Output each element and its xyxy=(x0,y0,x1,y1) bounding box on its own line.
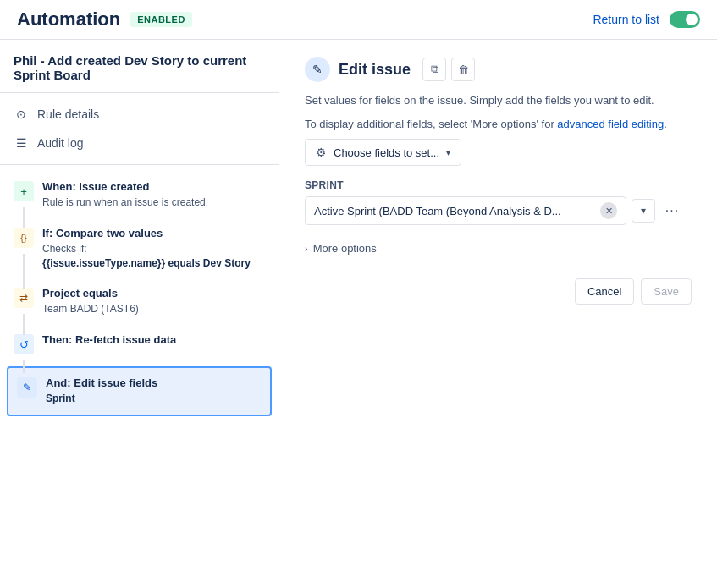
sidebar-nav-rule-details[interactable]: ⊙ Rule details xyxy=(0,100,279,129)
refetch-icon: ↺ xyxy=(14,334,34,354)
panel-desc1: Set values for fields on the issue. Simp… xyxy=(305,92,692,109)
advanced-field-link[interactable]: advanced field editing xyxy=(557,118,664,130)
sidebar-item-when[interactable]: + When: Issue created Rule is run when a… xyxy=(0,172,279,218)
sidebar-item-edit-fields[interactable]: ✎ And: Edit issue fields Sprint xyxy=(7,366,272,416)
enabled-toggle[interactable] xyxy=(670,11,700,28)
chevron-down-icon: ▾ xyxy=(641,205,646,217)
save-button[interactable]: Save xyxy=(641,278,692,305)
panel-edit-icon: ✎ xyxy=(305,57,330,82)
audit-log-icon: ☰ xyxy=(14,135,29,151)
when-desc: Rule is run when an issue is created. xyxy=(42,195,208,210)
panel-desc2: To display additional fields, select 'Mo… xyxy=(305,116,692,133)
delete-button[interactable]: 🗑 xyxy=(451,58,475,81)
if-title: If: Compare two values xyxy=(42,227,251,239)
panel-actions: ⧉ 🗑 xyxy=(422,58,475,81)
sprint-select[interactable]: Active Sprint (BADD Team (Beyond Analysi… xyxy=(305,196,626,225)
project-title: Project equals xyxy=(42,287,139,299)
copy-icon: ⧉ xyxy=(431,63,438,76)
panel-title: Edit issue xyxy=(339,61,411,79)
sidebar-item-refetch[interactable]: ↺ Then: Re-fetch issue data xyxy=(0,325,279,363)
if-icon: {} xyxy=(14,228,34,248)
edit-title: And: Edit issue fields xyxy=(46,376,157,389)
when-icon: + xyxy=(14,181,34,201)
sprint-field-container: Sprint Active Sprint (BADD Team (Beyond … xyxy=(305,179,692,225)
return-to-list-link[interactable]: Return to list xyxy=(593,13,659,26)
rule-name: Phil - Add created Dev Story to current … xyxy=(0,40,279,93)
enabled-badge: ENABLED xyxy=(130,12,192,27)
header-left: Automation ENABLED xyxy=(17,8,192,30)
right-panel: ✎ Edit issue ⧉ 🗑 Set values for fields o… xyxy=(279,40,717,585)
ellipsis-icon: ··· xyxy=(665,203,679,218)
project-icon: ⇄ xyxy=(14,288,34,308)
page-title: Automation xyxy=(17,8,120,30)
copy-button[interactable]: ⧉ xyxy=(422,58,446,81)
edit-desc: Sprint xyxy=(46,392,157,406)
panel-header: ✎ Edit issue ⧉ 🗑 xyxy=(305,57,692,82)
project-desc: Team BADD (TAST6) xyxy=(42,302,139,316)
sprint-more-button[interactable]: ··· xyxy=(660,199,684,223)
rule-details-label: Rule details xyxy=(37,107,99,121)
choose-fields-button[interactable]: ⚙ Choose fields to set... ▾ xyxy=(305,139,461,166)
main-layout: Phil - Add created Dev Story to current … xyxy=(0,40,717,585)
sprint-value: Active Sprint (BADD Team (Beyond Analysi… xyxy=(314,205,600,217)
if-desc: Checks if: {{issue.issueType.name}} equa… xyxy=(42,242,251,271)
sprint-clear-button[interactable]: ✕ xyxy=(600,202,617,219)
cancel-button[interactable]: Cancel xyxy=(575,278,634,305)
header-right: Return to list xyxy=(593,11,700,28)
sprint-dropdown-button[interactable]: ▾ xyxy=(632,199,655,223)
sprint-field-row: Active Sprint (BADD Team (Beyond Analysi… xyxy=(305,196,692,225)
choose-fields-label: Choose fields to set... xyxy=(334,146,439,159)
trash-icon: 🗑 xyxy=(458,63,469,76)
sidebar-item-project[interactable]: ⇄ Project equals Team BADD (TAST6) xyxy=(0,278,279,325)
edit-icon: ✎ xyxy=(17,377,37,398)
audit-log-label: Audit log xyxy=(37,136,83,150)
rule-details-icon: ⊙ xyxy=(14,107,29,122)
panel-footer: Cancel Save xyxy=(305,278,692,305)
when-title: When: Issue created xyxy=(42,180,208,193)
gear-icon: ⚙ xyxy=(316,146,327,159)
sidebar-items: + When: Issue created Rule is run when a… xyxy=(0,165,279,426)
chevron-right-icon: › xyxy=(305,244,308,254)
header: Automation ENABLED Return to list xyxy=(0,0,717,40)
sidebar-item-if[interactable]: {} If: Compare two values Checks if: {{i… xyxy=(0,218,279,279)
sidebar-nav: ⊙ Rule details ☰ Audit log xyxy=(0,93,279,165)
sprint-label: Sprint xyxy=(305,179,692,191)
sidebar: Phil - Add created Dev Story to current … xyxy=(0,40,279,585)
more-options-label: More options xyxy=(313,242,377,255)
refetch-title: Then: Re-fetch issue data xyxy=(42,333,176,346)
chevron-down-icon: ▾ xyxy=(446,148,450,157)
sidebar-nav-audit-log[interactable]: ☰ Audit log xyxy=(0,129,279,157)
more-options-row[interactable]: › More options xyxy=(305,239,692,258)
